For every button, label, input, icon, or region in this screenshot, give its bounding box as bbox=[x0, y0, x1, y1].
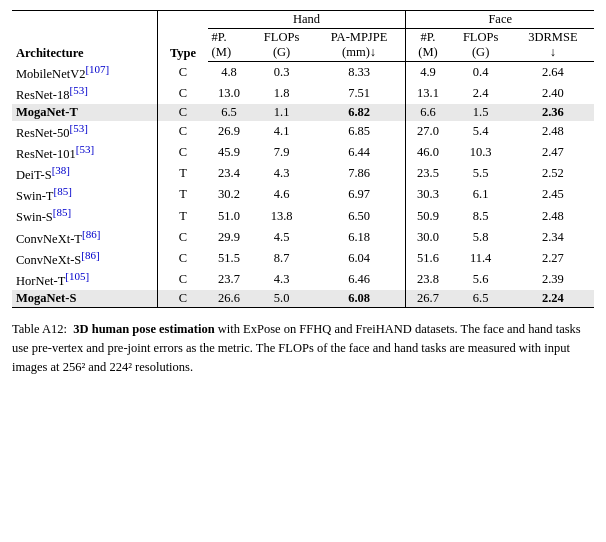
hand-data-cell: 1.8 bbox=[250, 83, 312, 104]
face-data-cell: 2.34 bbox=[512, 227, 594, 248]
hand-data-cell: 6.97 bbox=[313, 184, 406, 205]
face-data-cell: 0.4 bbox=[449, 62, 511, 83]
face-data-cell: 2.40 bbox=[512, 83, 594, 104]
hand-data-cell: 4.3 bbox=[250, 269, 312, 290]
hand-data-cell: 6.50 bbox=[313, 205, 406, 226]
face-data-cell: 10.3 bbox=[449, 142, 511, 163]
hand-data-cell: 4.6 bbox=[250, 184, 312, 205]
arch-col-header: Architecture bbox=[12, 11, 158, 62]
hand-data-cell: 0.3 bbox=[250, 62, 312, 83]
hand-data-cell: 8.33 bbox=[313, 62, 406, 83]
hand-data-cell: 6.44 bbox=[313, 142, 406, 163]
face-data-cell: 6.5 bbox=[449, 290, 511, 308]
hand-data-cell: 7.86 bbox=[313, 163, 406, 184]
face-data-cell: 5.5 bbox=[449, 163, 511, 184]
face-data-cell: 6.6 bbox=[406, 104, 450, 121]
hand-data-cell: 23.7 bbox=[208, 269, 251, 290]
face-data-cell: 8.5 bbox=[449, 205, 511, 226]
face-data-cell: 30.3 bbox=[406, 184, 450, 205]
hand-data-cell: 6.82 bbox=[313, 104, 406, 121]
arch-cell: DeiT-S[38] bbox=[12, 163, 158, 184]
hand-metric-header: PA-MPJPE(mm)↓ bbox=[313, 29, 406, 62]
hand-data-cell: 4.3 bbox=[250, 163, 312, 184]
hand-data-cell: 51.5 bbox=[208, 248, 251, 269]
arch-cell: ResNet-101[53] bbox=[12, 142, 158, 163]
face-data-cell: 1.5 bbox=[449, 104, 511, 121]
face-data-cell: 13.1 bbox=[406, 83, 450, 104]
type-cell: C bbox=[158, 269, 208, 290]
hand-data-cell: 23.4 bbox=[208, 163, 251, 184]
face-flops-header: FLOPs(G) bbox=[449, 29, 511, 62]
hand-data-cell: 26.6 bbox=[208, 290, 251, 308]
face-data-cell: 2.24 bbox=[512, 290, 594, 308]
face-data-cell: 50.9 bbox=[406, 205, 450, 226]
hand-data-cell: 26.9 bbox=[208, 121, 251, 142]
face-data-cell: 2.48 bbox=[512, 121, 594, 142]
face-data-cell: 27.0 bbox=[406, 121, 450, 142]
face-data-cell: 5.4 bbox=[449, 121, 511, 142]
hand-data-cell: 1.1 bbox=[250, 104, 312, 121]
face-data-cell: 2.27 bbox=[512, 248, 594, 269]
face-data-cell: 6.1 bbox=[449, 184, 511, 205]
arch-cell: ConvNeXt-T[86] bbox=[12, 227, 158, 248]
face-data-cell: 30.0 bbox=[406, 227, 450, 248]
face-data-cell: 5.8 bbox=[449, 227, 511, 248]
hand-data-cell: 8.7 bbox=[250, 248, 312, 269]
face-data-cell: 2.4 bbox=[449, 83, 511, 104]
face-data-cell: 23.8 bbox=[406, 269, 450, 290]
face-data-cell: 2.52 bbox=[512, 163, 594, 184]
hand-data-cell: 4.5 bbox=[250, 227, 312, 248]
face-group-header: Face bbox=[406, 11, 594, 29]
type-cell: C bbox=[158, 83, 208, 104]
hand-data-cell: 4.8 bbox=[208, 62, 251, 83]
type-cell: T bbox=[158, 205, 208, 226]
type-cell: C bbox=[158, 290, 208, 308]
face-data-cell: 4.9 bbox=[406, 62, 450, 83]
hand-data-cell: 13.0 bbox=[208, 83, 251, 104]
hand-data-cell: 5.0 bbox=[250, 290, 312, 308]
hand-data-cell: 6.08 bbox=[313, 290, 406, 308]
type-cell: C bbox=[158, 248, 208, 269]
table-caption: Table A12: 3D human pose estimation with… bbox=[12, 320, 594, 376]
arch-cell: MobileNetV2[107] bbox=[12, 62, 158, 83]
caption-bold-text: 3D human pose estimation bbox=[73, 322, 214, 336]
hand-data-cell: 6.5 bbox=[208, 104, 251, 121]
hand-data-cell: 6.04 bbox=[313, 248, 406, 269]
type-cell: T bbox=[158, 163, 208, 184]
arch-cell: ResNet-18[53] bbox=[12, 83, 158, 104]
hand-data-cell: 7.9 bbox=[250, 142, 312, 163]
arch-cell: Swin-T[85] bbox=[12, 184, 158, 205]
arch-cell: ResNet-50[53] bbox=[12, 121, 158, 142]
type-cell: C bbox=[158, 121, 208, 142]
caption-label: Table A12: bbox=[12, 322, 67, 336]
hand-group-header: Hand bbox=[208, 11, 406, 29]
face-data-cell: 46.0 bbox=[406, 142, 450, 163]
arch-cell: MogaNet-T bbox=[12, 104, 158, 121]
hand-params-header: #P.(M) bbox=[208, 29, 251, 62]
face-data-cell: 2.45 bbox=[512, 184, 594, 205]
face-data-cell: 2.64 bbox=[512, 62, 594, 83]
face-data-cell: 5.6 bbox=[449, 269, 511, 290]
face-data-cell: 2.36 bbox=[512, 104, 594, 121]
face-data-cell: 23.5 bbox=[406, 163, 450, 184]
face-data-cell: 2.47 bbox=[512, 142, 594, 163]
arch-cell: MogaNet-S bbox=[12, 290, 158, 308]
face-data-cell: 2.39 bbox=[512, 269, 594, 290]
type-cell: C bbox=[158, 104, 208, 121]
hand-data-cell: 6.18 bbox=[313, 227, 406, 248]
hand-data-cell: 29.9 bbox=[208, 227, 251, 248]
face-data-cell: 26.7 bbox=[406, 290, 450, 308]
type-cell: C bbox=[158, 142, 208, 163]
face-data-cell: 2.48 bbox=[512, 205, 594, 226]
type-cell: T bbox=[158, 184, 208, 205]
type-cell: C bbox=[158, 62, 208, 83]
hand-data-cell: 45.9 bbox=[208, 142, 251, 163]
face-data-cell: 51.6 bbox=[406, 248, 450, 269]
hand-data-cell: 4.1 bbox=[250, 121, 312, 142]
arch-cell: ConvNeXt-S[86] bbox=[12, 248, 158, 269]
type-col-header: Type bbox=[158, 11, 208, 62]
hand-data-cell: 13.8 bbox=[250, 205, 312, 226]
face-metric-header: 3DRMSE↓ bbox=[512, 29, 594, 62]
hand-data-cell: 30.2 bbox=[208, 184, 251, 205]
face-data-cell: 11.4 bbox=[449, 248, 511, 269]
